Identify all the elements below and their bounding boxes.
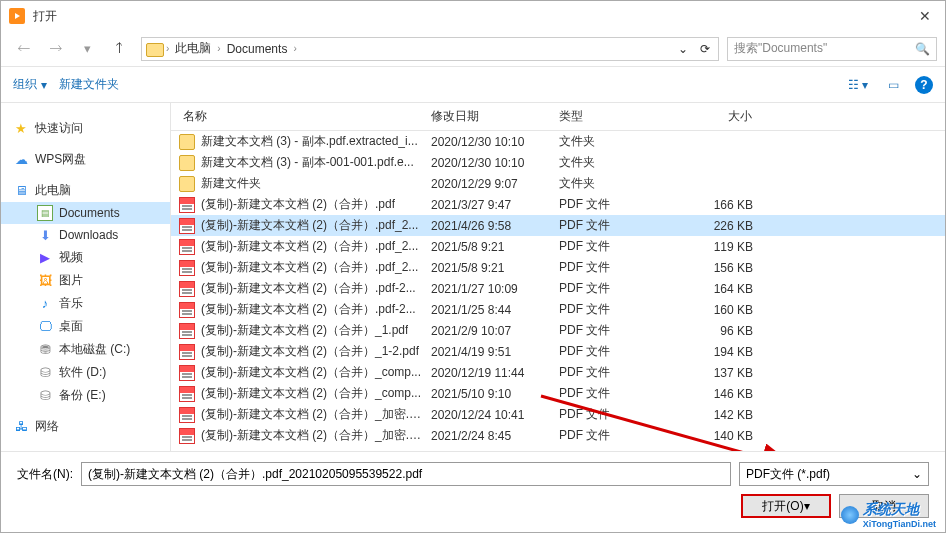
downloads-icon: ⬇: [37, 227, 53, 243]
file-row[interactable]: 新建文件夹2020/12/29 9:07文件夹: [171, 173, 945, 194]
file-type: PDF 文件: [551, 259, 661, 276]
sidebar-pictures[interactable]: 🖼图片: [1, 269, 170, 292]
address-dropdown-icon[interactable]: ⌄: [674, 42, 692, 56]
file-row[interactable]: 新建文本文档 (3) - 副本-001-001.pdf.e...2020/12/…: [171, 152, 945, 173]
file-size: 96 KB: [661, 324, 761, 338]
file-row[interactable]: (复制)-新建文本文档 (2)（合并）.pdf_2...2021/4/26 9:…: [171, 215, 945, 236]
desktop-icon: 🖵: [37, 319, 53, 335]
breadcrumb-folder[interactable]: Documents: [223, 40, 292, 58]
cloud-icon: ☁: [13, 152, 29, 168]
file-type: 文件夹: [551, 133, 661, 150]
preview-pane-icon[interactable]: ▭: [884, 76, 903, 94]
filename-input[interactable]: [81, 462, 731, 486]
address-bar[interactable]: › 此电脑 › Documents › ⌄ ⟳: [141, 37, 719, 61]
network-icon: 🖧: [13, 419, 29, 435]
cancel-button[interactable]: 取消: [839, 494, 929, 518]
search-icon[interactable]: 🔍: [915, 42, 930, 56]
sidebar-music[interactable]: ♪音乐: [1, 292, 170, 315]
file-date: 2020/12/30 10:10: [423, 156, 551, 170]
file-name: (复制)-新建文本文档 (2)（合并）.pdf-2...: [201, 280, 416, 297]
file-list[interactable]: 新建文本文档 (3) - 副本.pdf.extracted_i...2020/1…: [171, 131, 945, 451]
nav-forward-button[interactable]: 🡒: [41, 37, 69, 61]
file-type: PDF 文件: [551, 238, 661, 255]
header-date[interactable]: 修改日期: [423, 108, 551, 125]
file-type: PDF 文件: [551, 196, 661, 213]
help-icon[interactable]: ?: [915, 76, 933, 94]
bottom-bar: 文件名(N): PDF文件 (*.pdf) ⌄ 打开(O) ▾ 取消: [1, 451, 945, 532]
file-row[interactable]: (复制)-新建文本文档 (2)（合并）.pdf2021/3/27 9:47PDF…: [171, 194, 945, 215]
sidebar-videos[interactable]: ▶视频: [1, 246, 170, 269]
nav-up-button[interactable]: 🡑: [105, 37, 133, 61]
folder-icon: [179, 176, 195, 192]
file-type: PDF 文件: [551, 343, 661, 360]
filetype-filter[interactable]: PDF文件 (*.pdf) ⌄: [739, 462, 929, 486]
sidebar-downloads[interactable]: ⬇Downloads: [1, 224, 170, 246]
file-name: 新建文本文档 (3) - 副本.pdf.extracted_i...: [201, 133, 418, 150]
file-row[interactable]: (复制)-新建文本文档 (2)（合并）_comp...2021/5/10 9:1…: [171, 383, 945, 404]
filename-label: 文件名(N):: [17, 466, 73, 483]
new-folder-button[interactable]: 新建文件夹: [59, 76, 119, 93]
pdf-icon: [179, 302, 195, 318]
star-icon: ★: [13, 121, 29, 137]
chevron-right-icon: ›: [217, 43, 220, 54]
header-name[interactable]: 名称: [171, 108, 423, 125]
folder-icon: [179, 134, 195, 150]
file-open-dialog: 打开 ✕ 🡐 🡒 ▾ 🡑 › 此电脑 › Documents › ⌄ ⟳ 搜索"…: [0, 0, 946, 533]
search-input[interactable]: 搜索"Documents" 🔍: [727, 37, 937, 61]
sidebar-this-pc[interactable]: 🖥此电脑: [1, 179, 170, 202]
main-area: ★快速访问 ☁WPS网盘 🖥此电脑 ▤Documents ⬇Downloads …: [1, 103, 945, 451]
file-row[interactable]: (复制)-新建文本文档 (2)（合并）_加密.p...2021/2/24 8:4…: [171, 425, 945, 446]
view-options-icon[interactable]: ☷ ▾: [844, 76, 872, 94]
sidebar-quick-access[interactable]: ★快速访问: [1, 117, 170, 140]
file-type: PDF 文件: [551, 322, 661, 339]
file-row[interactable]: (复制)-新建文本文档 (2)（合并）_加密.p...2020/12/24 10…: [171, 404, 945, 425]
sidebar-network[interactable]: 🖧网络: [1, 415, 170, 438]
sidebar-drive-c[interactable]: ⛃本地磁盘 (C:): [1, 338, 170, 361]
header-size[interactable]: 大小: [661, 108, 761, 125]
file-row[interactable]: (复制)-新建文本文档 (2)（合并）_1.pdf2021/2/9 10:07P…: [171, 320, 945, 341]
file-name: (复制)-新建文本文档 (2)（合并）.pdf_2...: [201, 259, 418, 276]
file-size: 166 KB: [661, 198, 761, 212]
folder-icon: [179, 155, 195, 171]
file-date: 2021/5/8 9:21: [423, 261, 551, 275]
column-headers: 名称 修改日期 类型 大小: [171, 103, 945, 131]
file-type: PDF 文件: [551, 217, 661, 234]
file-row[interactable]: (复制)-新建文本文档 (2)（合并）_comp...2020/12/19 11…: [171, 362, 945, 383]
file-row[interactable]: (复制)-新建文本文档 (2)（合并）.pdf_2...2021/5/8 9:2…: [171, 257, 945, 278]
nav-back-button[interactable]: 🡐: [9, 37, 37, 61]
header-type[interactable]: 类型: [551, 108, 661, 125]
file-row[interactable]: (复制)-新建文本文档 (2)（合并）_1-2.pdf2021/4/19 9:5…: [171, 341, 945, 362]
file-row[interactable]: (复制)-新建文本文档 (2)（合并）.pdf-2...2021/1/27 10…: [171, 278, 945, 299]
file-type: PDF 文件: [551, 385, 661, 402]
nav-recent-dropdown[interactable]: ▾: [73, 37, 101, 61]
close-icon[interactable]: ✕: [913, 6, 937, 26]
sidebar-documents[interactable]: ▤Documents: [1, 202, 170, 224]
file-name: (复制)-新建文本文档 (2)（合并）_comp...: [201, 385, 421, 402]
file-name: (复制)-新建文本文档 (2)（合并）.pdf-2...: [201, 301, 416, 318]
pdf-icon: [179, 323, 195, 339]
sidebar-desktop[interactable]: 🖵桌面: [1, 315, 170, 338]
file-row[interactable]: (复制)-新建文本文档 (2)（合并）.pdf-2...2021/1/25 8:…: [171, 299, 945, 320]
file-name: (复制)-新建文本文档 (2)（合并）_加密.p...: [201, 406, 423, 423]
sidebar-wps-drive[interactable]: ☁WPS网盘: [1, 148, 170, 171]
file-name: (复制)-新建文本文档 (2)（合并）_加密.p...: [201, 427, 423, 444]
pictures-icon: 🖼: [37, 273, 53, 289]
file-date: 2020/12/30 10:10: [423, 135, 551, 149]
window-title: 打开: [33, 8, 913, 25]
drive-icon: ⛃: [37, 342, 53, 358]
refresh-icon[interactable]: ⟳: [696, 42, 714, 56]
sidebar-drive-d[interactable]: ⛁软件 (D:): [1, 361, 170, 384]
open-button[interactable]: 打开(O) ▾: [741, 494, 831, 518]
file-date: 2021/1/25 8:44: [423, 303, 551, 317]
sidebar-drive-e[interactable]: ⛁备份 (E:): [1, 384, 170, 407]
videos-icon: ▶: [37, 250, 53, 266]
organize-button[interactable]: 组织 ▾: [13, 76, 47, 93]
file-date: 2021/4/26 9:58: [423, 219, 551, 233]
pdf-icon: [179, 197, 195, 213]
file-type: PDF 文件: [551, 406, 661, 423]
file-row[interactable]: 新建文本文档 (3) - 副本.pdf.extracted_i...2020/1…: [171, 131, 945, 152]
file-name: 新建文件夹: [201, 175, 261, 192]
file-row[interactable]: (复制)-新建文本文档 (2)（合并）.pdf_2...2021/5/8 9:2…: [171, 236, 945, 257]
breadcrumb-root[interactable]: 此电脑: [171, 38, 215, 59]
folder-icon: [146, 43, 164, 57]
